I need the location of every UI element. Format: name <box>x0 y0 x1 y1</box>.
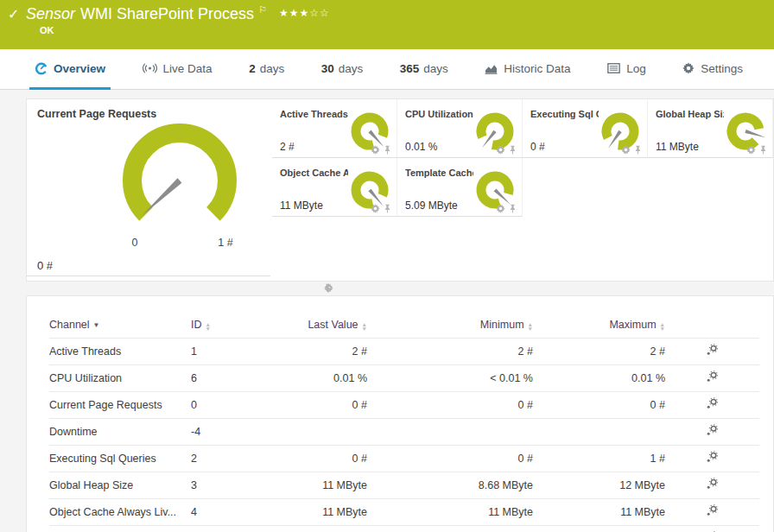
tab-settings[interactable]: Settings <box>677 49 748 90</box>
tab-label: Log <box>626 62 646 75</box>
sensor-header: ✓ SensorWMI SharePoint Process⚐★★★☆☆ OK <box>0 0 774 49</box>
cell-last_value: 0 # <box>269 392 371 419</box>
cell-channel: Executing Sql Queries <box>49 446 191 472</box>
cell-channel: Downtime <box>49 419 191 446</box>
sort-icon: ▲▼ <box>660 322 665 331</box>
gauge-cell-global-heap-size: Global Heap Size11 MByte <box>648 99 773 158</box>
pin-icon[interactable] <box>384 204 391 213</box>
cell-minimum: 3.75 MByte <box>371 526 536 532</box>
column-header-minimum[interactable]: Minimum▲▼ <box>371 314 536 339</box>
tab-label: days <box>423 62 448 75</box>
pin-icon[interactable] <box>509 204 517 213</box>
gauge-value: 0.01 % <box>405 141 437 153</box>
tab-overview[interactable]: Overview <box>29 49 111 90</box>
cell-minimum <box>371 419 536 446</box>
gauge-cell-executing-sql-queries: Executing Sql Queries0 # <box>523 99 648 158</box>
cell-id: 4 <box>191 499 269 526</box>
sort-desc-icon: ▼ <box>93 321 100 329</box>
gauge-value: 0 # <box>530 141 545 153</box>
cell-minimum: 0 # <box>371 392 536 419</box>
gauge-title: Executing Sql Queries <box>530 109 599 119</box>
cell-last_value <box>269 419 371 446</box>
tab-2-days[interactable]: 2days <box>244 49 289 90</box>
column-header-id[interactable]: ID▲▼ <box>191 314 269 339</box>
gauge-value: 2 # <box>280 141 295 153</box>
log-icon <box>607 63 620 73</box>
tab-365-days[interactable]: 365days <box>395 49 454 90</box>
channel-settings-icon[interactable] <box>706 370 719 383</box>
channel-settings-icon[interactable] <box>706 478 719 491</box>
gauge-icon <box>35 62 48 75</box>
cell-last_value: 11 MByte <box>269 499 371 526</box>
column-header-actions <box>669 314 759 339</box>
gauge-cell-object-cache-always-l: Object Cache Always L...11 MByte <box>272 158 397 217</box>
cell-maximum <box>536 419 669 446</box>
priority-stars[interactable]: ★★★☆☆ <box>279 7 330 19</box>
priority-flag-icon[interactable]: ⚐ <box>258 4 267 15</box>
cell-id: -4 <box>191 419 269 446</box>
gear-icon[interactable] <box>371 145 380 155</box>
empty-gauge-cell <box>523 158 648 217</box>
status-badge: OK <box>40 25 54 35</box>
tab-label: Live Data <box>163 62 213 75</box>
cell-channel: Current Page Requests <box>49 392 191 419</box>
column-header-maximum[interactable]: Maximum▲▼ <box>536 314 669 339</box>
main-content: Current Page Requests 0 1 # 0 # Active T… <box>0 98 774 532</box>
channel-settings-icon[interactable] <box>706 504 719 517</box>
gear-icon[interactable] <box>371 204 380 213</box>
tab-label: days <box>339 62 364 75</box>
column-header-channel[interactable]: Channel▼ <box>49 314 191 339</box>
channel-settings-icon[interactable] <box>706 397 719 410</box>
pin-icon[interactable] <box>634 145 642 155</box>
gauge-actions <box>371 204 391 213</box>
gauge-actions <box>496 145 517 155</box>
gear-icon[interactable] <box>621 145 631 155</box>
cell-actions <box>669 526 759 532</box>
cell-actions <box>669 365 759 392</box>
cell-last_value: 0 # <box>269 446 371 472</box>
primary-gauge-cell: Current Page Requests 0 1 # 0 # <box>27 99 270 276</box>
gauge-title: Active Threads <box>280 109 348 119</box>
gear-icon[interactable] <box>746 145 756 155</box>
gear-icon[interactable] <box>496 145 505 155</box>
pin-icon[interactable] <box>384 145 391 155</box>
gauge-cell-cpu-utilization: CPU Utilization0.01 % <box>397 99 523 158</box>
cell-actions <box>669 499 759 526</box>
tab-30-days[interactable]: 30days <box>316 49 369 90</box>
gauge-scale-max: 1 # <box>218 237 232 249</box>
tab-historic-data[interactable]: Historic Data <box>479 49 575 90</box>
pin-icon[interactable] <box>509 145 517 155</box>
column-label: Last Value <box>308 319 358 331</box>
empty-gauge-cell <box>648 158 773 217</box>
pin-icon[interactable] <box>759 145 767 155</box>
broadcast-icon <box>143 63 157 73</box>
tab-live-data[interactable]: Live Data <box>137 49 218 90</box>
cell-maximum: 11 MByte <box>536 499 669 526</box>
channel-settings-icon[interactable] <box>706 424 719 437</box>
sensor-kind-label: Sensor <box>26 5 75 22</box>
table-row: Current Page Requests00 #0 #0 # <box>49 392 759 419</box>
gauges-panel: Current Page Requests 0 1 # 0 # Active T… <box>26 98 774 282</box>
sensor-title: SensorWMI SharePoint Process⚐★★★☆☆ <box>26 4 330 23</box>
gear-icon[interactable] <box>496 204 505 213</box>
column-header-last_value[interactable]: Last Value▲▼ <box>269 314 371 339</box>
tab-number: 365 <box>400 62 420 75</box>
sort-icon: ▲▼ <box>528 322 533 331</box>
tab-label: Settings <box>701 62 743 75</box>
gauge-cell-active-threads: Active Threads2 # <box>272 99 397 158</box>
channel-settings-icon[interactable] <box>706 451 719 464</box>
cell-actions <box>669 419 759 446</box>
cell-actions <box>669 339 759 365</box>
gauge-title: Template Cache Size <box>405 168 473 178</box>
cell-minimum: 0 # <box>371 446 536 472</box>
channel-settings-icon[interactable] <box>706 344 719 357</box>
cell-maximum: 0 # <box>536 392 669 419</box>
cell-last_value: 11 MByte <box>269 472 371 499</box>
gauge-actions <box>746 145 767 155</box>
cell-minimum: < 0.01 % <box>371 365 536 392</box>
chart-icon <box>485 63 498 74</box>
gauge-title: Global Heap Size <box>656 109 724 119</box>
tab-number: 2 <box>249 62 256 75</box>
gauge-value: 11 MByte <box>280 200 323 212</box>
tab-log[interactable]: Log <box>602 49 651 90</box>
